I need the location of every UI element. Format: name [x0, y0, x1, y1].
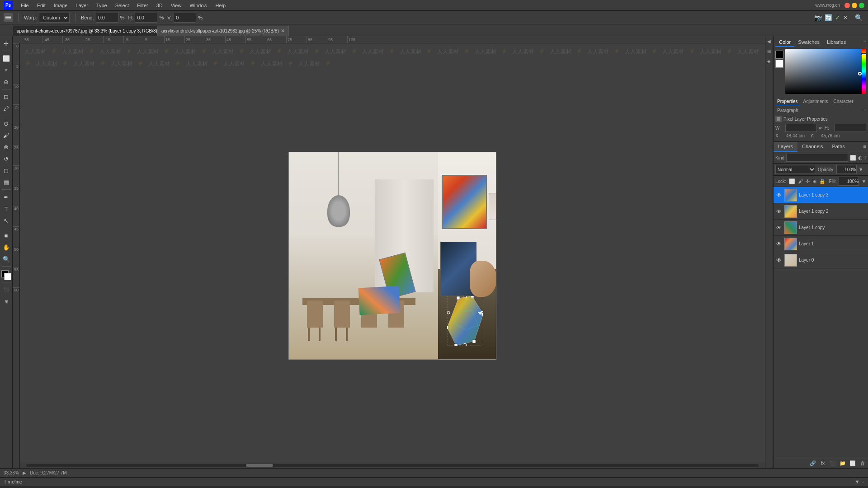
- tab-paragraph[interactable]: Paragraph: [775, 107, 800, 114]
- new-group-btn[interactable]: 📁: [839, 460, 846, 467]
- layer-eye-1[interactable]: 👁: [775, 208, 783, 215]
- layer-filter-type[interactable]: T: [864, 154, 868, 161]
- text-tool[interactable]: T: [1, 203, 12, 214]
- eraser-tool[interactable]: ◻: [1, 165, 12, 176]
- bg-color-box[interactable]: [775, 60, 783, 68]
- history-brush-tool[interactable]: ↺: [1, 153, 12, 164]
- selected-artwork-container[interactable]: [447, 296, 483, 341]
- tab-libraries[interactable]: Libraries: [823, 38, 849, 47]
- layer-search-input[interactable]: [786, 154, 848, 162]
- background-color[interactable]: [4, 273, 11, 280]
- menu-image[interactable]: Image: [50, 2, 71, 9]
- tab-color[interactable]: Color: [775, 38, 794, 47]
- fg-color-box[interactable]: [775, 51, 783, 59]
- tab-adjustments[interactable]: Adjustments: [802, 98, 830, 105]
- panel-icon-1[interactable]: ⊞: [766, 48, 772, 54]
- hand-tool[interactable]: ✋: [1, 242, 12, 253]
- link-wh-icon[interactable]: ∞: [819, 125, 823, 131]
- timeline-menu[interactable]: ≡: [862, 479, 864, 484]
- layer-eye-4[interactable]: 👁: [775, 257, 783, 264]
- canvas-scroll[interactable]: 人人素材⚡ 人人素材⚡ 人人素材⚡ 人人素材⚡ 人人素材⚡ 人人素材⚡ 人人素材…: [20, 43, 765, 468]
- menu-view[interactable]: View: [167, 2, 185, 9]
- rotate-icon[interactable]: 🔄: [825, 14, 832, 21]
- opacity-input[interactable]: [836, 165, 857, 174]
- collapse-panels-icon[interactable]: ◀: [766, 38, 772, 44]
- shape-tool[interactable]: ■: [1, 230, 12, 241]
- tab-swatches[interactable]: Swatches: [794, 38, 823, 47]
- path-select-tool[interactable]: ↖: [1, 215, 12, 226]
- w-input[interactable]: [785, 124, 817, 132]
- hue-handle[interactable]: [861, 53, 867, 55]
- layers-panel-menu[interactable]: ≡: [862, 142, 868, 152]
- layer-item-2[interactable]: 👁 Layer 1 copy: [774, 220, 868, 236]
- fill-input[interactable]: [839, 177, 859, 186]
- tab-channels[interactable]: Channels: [797, 142, 827, 152]
- camera-icon[interactable]: 📷: [814, 14, 822, 21]
- delete-layer-btn[interactable]: 🗑: [859, 460, 866, 467]
- opacity-arrow[interactable]: ▼: [859, 167, 863, 172]
- eyedropper-tool[interactable]: 🖊: [1, 103, 12, 114]
- gradient-tool[interactable]: ▦: [1, 177, 12, 188]
- pen-tool[interactable]: ✒: [1, 192, 12, 202]
- tool-options-icon[interactable]: [4, 13, 13, 22]
- new-layer-btn[interactable]: ⬜: [849, 460, 856, 467]
- blend-mode-select[interactable]: Normal: [775, 165, 816, 174]
- quick-mask-tool[interactable]: ⬛: [1, 284, 12, 295]
- scrollbar-thumb[interactable]: [246, 464, 273, 467]
- tab-properties[interactable]: Properties: [775, 98, 800, 105]
- layer-item-4[interactable]: 👁 Layer 0: [774, 252, 868, 268]
- properties-panel-menu[interactable]: ≡: [863, 107, 866, 114]
- close-button[interactable]: [844, 3, 850, 8]
- zoom-tool[interactable]: 🔍: [1, 253, 12, 264]
- layer-item-0[interactable]: 👁 Layer 1 copy 3: [774, 187, 868, 203]
- select-rect-tool[interactable]: ⬜: [1, 53, 12, 64]
- layer-filter-pixel[interactable]: ⬜: [850, 154, 856, 161]
- add-mask-btn[interactable]: ⬛: [829, 460, 836, 467]
- fill-arrow[interactable]: ▼: [862, 179, 866, 184]
- layer-filter-adjust[interactable]: ◐: [858, 154, 863, 161]
- h-input[interactable]: [135, 13, 157, 23]
- tab-layers[interactable]: Layers: [774, 142, 797, 152]
- panel-icon-2[interactable]: ◈: [766, 58, 772, 64]
- tab-document-1[interactable]: apartment-chairs-decor-709767.jpg @ 33,3…: [13, 26, 157, 36]
- lasso-tool[interactable]: ⌖: [1, 65, 12, 75]
- hue-slider[interactable]: [862, 49, 866, 94]
- tab-document-2[interactable]: acrylic-android-wallpaper-art-1012982.jp…: [157, 26, 289, 36]
- horizontal-scrollbar[interactable]: [20, 462, 765, 468]
- lock-position-icon[interactable]: ✛: [806, 178, 810, 184]
- commit-icon[interactable]: ✓: [835, 14, 840, 21]
- menu-3d[interactable]: 3D: [153, 2, 166, 9]
- v-input[interactable]: [174, 13, 196, 23]
- clone-stamp-tool[interactable]: ⊗: [1, 141, 12, 152]
- layer-eye-0[interactable]: 👁: [775, 192, 783, 199]
- layer-item-1[interactable]: 👁 Layer 1 copy 2: [774, 203, 868, 220]
- add-style-btn[interactable]: fx: [819, 460, 826, 467]
- menu-layer[interactable]: Layer: [72, 2, 92, 9]
- bend-input[interactable]: 0.0: [96, 13, 118, 23]
- layer-eye-2[interactable]: 👁: [775, 224, 783, 231]
- tab-character[interactable]: Character: [832, 98, 855, 105]
- maximize-button[interactable]: [859, 3, 864, 8]
- lock-all-icon[interactable]: 🔒: [819, 178, 826, 184]
- crop-tool[interactable]: ⊡: [1, 91, 12, 102]
- menu-help[interactable]: Help: [212, 2, 230, 9]
- timeline-collapse[interactable]: ▼: [855, 479, 860, 484]
- document-canvas[interactable]: [288, 152, 496, 360]
- cancel-transform-icon[interactable]: ✕: [843, 14, 848, 21]
- menu-edit[interactable]: Edit: [33, 2, 49, 9]
- screen-mode-tool[interactable]: ⊞: [1, 296, 12, 307]
- lock-image-icon[interactable]: 🖌: [798, 178, 803, 184]
- search-icon[interactable]: 🔍: [855, 14, 863, 21]
- layer-eye-3[interactable]: 👁: [775, 240, 783, 248]
- spot-heal-tool[interactable]: ⊙: [1, 118, 12, 129]
- menu-filter[interactable]: Filter: [133, 2, 151, 9]
- lock-artboard-icon[interactable]: ⊞: [812, 178, 816, 184]
- brush-tool[interactable]: 🖌: [1, 130, 12, 141]
- menu-window[interactable]: Window: [186, 2, 211, 9]
- fg-bg-color[interactable]: [1, 270, 11, 280]
- minimize-button[interactable]: [852, 3, 857, 8]
- move-tool[interactable]: ✛: [1, 38, 12, 49]
- menu-file[interactable]: File: [17, 2, 33, 9]
- tab-paths[interactable]: Paths: [828, 142, 849, 152]
- color-panel-menu[interactable]: ≡: [863, 38, 866, 47]
